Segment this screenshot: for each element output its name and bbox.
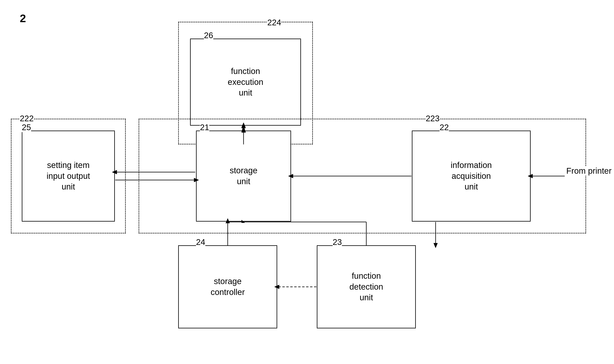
setting-item-unit-label: setting item input output unit <box>47 160 90 192</box>
main-ref-label: 2 <box>20 12 26 25</box>
group-222-ref: 222 <box>20 114 34 123</box>
function-execution-unit-box: function execution unit <box>190 39 301 126</box>
group-224-ref: 224 <box>267 18 281 27</box>
info-acquisition-unit-box: information acquisition unit <box>412 130 531 221</box>
setting-item-unit-box: setting item input output unit <box>22 130 115 221</box>
storage-unit-label: storage unit <box>230 165 257 187</box>
storage-unit-ref: 21 <box>200 123 209 132</box>
storage-controller-label: storage controller <box>211 276 245 298</box>
diagram: 2 224 function execution unit 26 222 set… <box>0 0 614 364</box>
info-acquisition-unit-label: information acquisition unit <box>451 160 492 192</box>
storage-controller-ref: 24 <box>196 237 205 247</box>
function-detection-unit-box: function detection unit <box>317 245 416 328</box>
function-execution-ref: 26 <box>204 31 213 40</box>
svg-marker-18 <box>434 243 437 248</box>
info-acquisition-ref: 22 <box>439 123 449 132</box>
function-execution-unit-label: function execution unit <box>228 66 263 98</box>
storage-unit-box: storage unit <box>196 130 291 221</box>
function-detection-ref: 23 <box>333 237 342 247</box>
function-detection-unit-label: function detection unit <box>349 271 383 303</box>
from-printer-label: From printer <box>566 166 612 176</box>
storage-controller-box: storage controller <box>178 245 277 328</box>
group-223-ref: 223 <box>426 114 439 123</box>
setting-item-ref: 25 <box>22 123 31 132</box>
